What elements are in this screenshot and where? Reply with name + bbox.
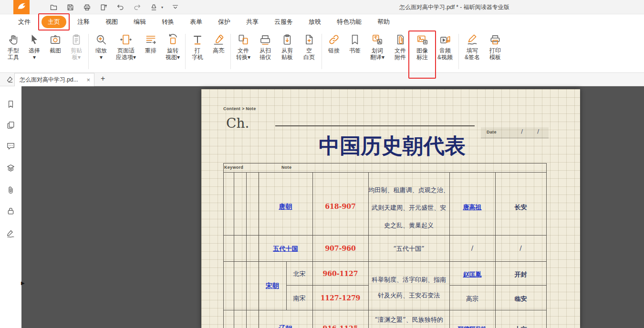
- app-logo[interactable]: [13, 0, 30, 14]
- menu-cloud[interactable]: 云服务: [270, 16, 298, 28]
- ribbon-separator: [185, 34, 186, 69]
- tool-hand[interactable]: 手型 工具: [3, 33, 24, 61]
- new-tab-icon[interactable]: +: [101, 74, 105, 83]
- menu-home[interactable]: 主页: [42, 16, 66, 28]
- tool-snapshot[interactable]: 截图: [45, 33, 66, 54]
- security-panel-icon[interactable]: [6, 206, 16, 216]
- collapse-ribbon-icon[interactable]: [170, 2, 180, 12]
- tab-close-icon[interactable]: ×: [86, 76, 90, 83]
- dynasty-link[interactable]: 宋朝: [259, 282, 286, 290]
- file-convert-icon: [237, 33, 249, 46]
- menu-share[interactable]: 共享: [241, 16, 263, 28]
- tool-fill-sign[interactable]: 填写 &签名: [460, 33, 484, 61]
- menu-file[interactable]: 文件: [13, 16, 35, 28]
- keyword-label: Keyword: [224, 165, 243, 170]
- tool-file-attachment[interactable]: 文件 附件: [389, 33, 411, 61]
- tool-file-convert-label: 文件 转换▾: [236, 47, 250, 61]
- tool-typewriter[interactable]: 打 字机: [187, 33, 208, 61]
- document-tab[interactable]: 怎么面对高中学习.pd... ×: [14, 73, 94, 86]
- table-header-top-line: [223, 163, 547, 164]
- bookmarks-panel-icon[interactable]: [6, 100, 16, 109]
- select-cursor-icon: [28, 33, 41, 46]
- tool-bookmark[interactable]: 书签: [344, 33, 365, 54]
- tool-reflow[interactable]: 重排: [140, 33, 162, 54]
- tool-blank-page-label: 空 白页: [303, 47, 315, 61]
- tool-zoom-label: 缩放 ▾: [95, 47, 107, 61]
- open-folder-icon[interactable]: [49, 2, 58, 12]
- dynasty-link[interactable]: 五代十国: [259, 245, 312, 253]
- founder-link[interactable]: 赵匡胤: [449, 270, 495, 279]
- menu-help[interactable]: 帮助: [373, 16, 395, 28]
- quick-pen-icon[interactable]: [6, 75, 14, 85]
- ribbon-separator: [230, 34, 231, 69]
- tool-from-clipboard-label: 从剪 贴板: [281, 47, 293, 61]
- highlighter-icon: [212, 33, 225, 46]
- founder-link[interactable]: 唐高祖: [449, 203, 495, 212]
- table-top-line: [223, 172, 547, 173]
- print-template-icon: [489, 33, 501, 46]
- date-slash: /: [533, 128, 543, 134]
- tool-select[interactable]: 选择 ▾: [24, 33, 45, 61]
- stamp-dropdown-caret-icon[interactable]: ▾: [161, 5, 163, 10]
- pages-panel-icon[interactable]: [6, 121, 16, 130]
- tool-highlight-label: 高亮: [213, 47, 224, 54]
- tool-from-scanner[interactable]: 从扫 描仪: [254, 33, 276, 61]
- fox-logo-icon: [16, 1, 27, 13]
- tool-audio-video[interactable]: 音频 &视频: [433, 33, 457, 61]
- tool-image-annotation[interactable]: 图像 标注: [411, 33, 433, 61]
- save-icon[interactable]: [65, 2, 75, 12]
- founder-cell: /: [449, 245, 495, 252]
- tool-snapshot-label: 截图: [50, 47, 61, 54]
- dynasty-link[interactable]: 唐朝: [259, 203, 312, 211]
- tool-clipboard[interactable]: 剪贴 板▾: [66, 33, 87, 61]
- note-line: 武则天建周、开元盛世、安: [368, 204, 449, 212]
- undo-icon[interactable]: [115, 2, 125, 12]
- date-slash: /: [517, 128, 527, 134]
- tool-blank-page[interactable]: 空 白页: [298, 33, 320, 61]
- print-icon[interactable]: [82, 2, 92, 12]
- tool-print-template[interactable]: 打印 模板: [484, 33, 506, 61]
- tool-link[interactable]: 链接: [323, 33, 344, 54]
- stamp-icon[interactable]: [149, 2, 158, 12]
- rotate-view-icon: [166, 33, 179, 46]
- layers-panel-icon[interactable]: [6, 164, 16, 173]
- menu-present[interactable]: 放映: [304, 16, 326, 28]
- tool-reflow-label: 重排: [145, 47, 156, 54]
- tool-highlight[interactable]: 高亮: [208, 33, 229, 54]
- tool-rotate-view[interactable]: 旋转 视图▾: [162, 33, 184, 61]
- note-label: Note: [281, 165, 291, 170]
- tool-from-clipboard[interactable]: 从剪 贴板: [276, 33, 298, 61]
- tool-zoom[interactable]: 缩放 ▾: [90, 33, 112, 61]
- menu-edit[interactable]: 编辑: [129, 16, 151, 28]
- tool-fit-page-label: 页面适 应选项▾: [116, 47, 136, 61]
- clipboard-icon: [70, 33, 83, 46]
- capital-cell: 临安: [495, 295, 546, 303]
- reflow-icon: [145, 33, 157, 46]
- tool-translate[interactable]: 划词 翻译▾: [365, 33, 389, 61]
- menu-comment[interactable]: 注释: [73, 16, 94, 28]
- ribbon-toolbar: 手型 工具 选择 ▾ 截图 剪贴 板▾ 缩放 ▾ 页面适 应选项▾ 重排: [0, 29, 644, 73]
- attachments-panel-icon[interactable]: [6, 185, 16, 195]
- signature-panel-icon[interactable]: [6, 229, 16, 239]
- menu-form[interactable]: 表单: [185, 16, 207, 28]
- chapter-rule: [275, 125, 475, 126]
- capital-cell: 开封: [495, 270, 546, 279]
- dynasty-link[interactable]: 辽朝: [259, 325, 312, 328]
- menu-convert[interactable]: 转换: [157, 16, 179, 28]
- menu-view[interactable]: 视图: [101, 16, 123, 28]
- hand-icon: [7, 33, 20, 46]
- menu-protect[interactable]: 保护: [213, 16, 235, 28]
- row-line-segment: [286, 285, 368, 286]
- tool-file-convert[interactable]: 文件 转换▾: [232, 33, 254, 61]
- founder-link[interactable]: 耶律阿保机: [449, 325, 495, 328]
- export-icon[interactable]: [99, 2, 108, 12]
- sub-dynasty-cell: 北宋: [286, 270, 312, 278]
- menu-features[interactable]: 特色功能: [332, 16, 366, 28]
- comments-panel-icon[interactable]: [6, 142, 16, 151]
- table-vline: [223, 163, 224, 328]
- panel-expand-arrow-icon[interactable]: ▶: [21, 280, 25, 286]
- row-line: [223, 310, 547, 310]
- tool-fit-page[interactable]: 页面适 应选项▾: [112, 33, 140, 61]
- tool-hand-label: 手型 工具: [8, 47, 19, 61]
- redo-icon[interactable]: [132, 2, 142, 12]
